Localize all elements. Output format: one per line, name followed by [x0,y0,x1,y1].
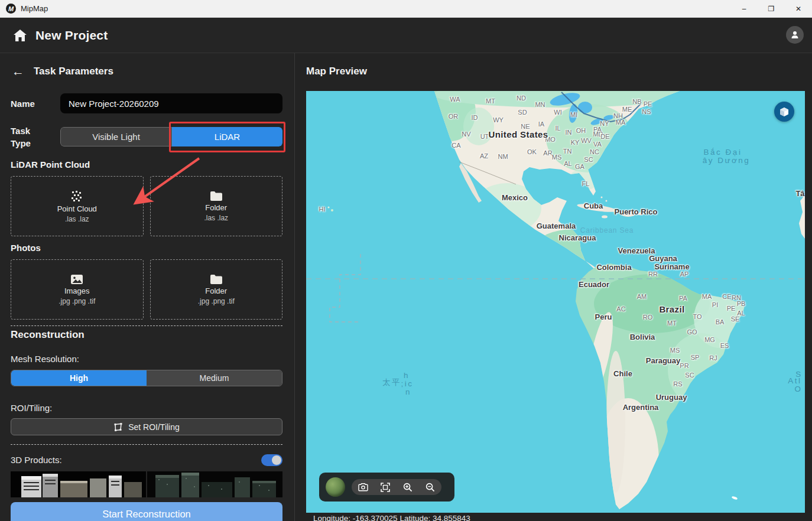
back-button[interactable]: ← [12,65,24,77]
crop-icon [381,483,390,492]
zoom-in-button[interactable] [401,480,415,494]
home-icon[interactable] [13,29,27,42]
mesh-resolution-label: Mesh Resolution: [11,354,79,364]
camera-button[interactable] [356,480,370,494]
images-icon [70,274,83,285]
app-logo-icon: M [6,4,16,14]
card-formats: .jpg .png .tif [198,297,235,305]
page-title: New Project [35,28,108,43]
mesh-resolution-segmented: High Medium [11,370,282,386]
name-label: Name [11,99,35,109]
map-preview-panel: Map Preview [295,53,812,521]
images-upload-card[interactable]: Images .jpg .png .tif [11,259,144,320]
window-controls: – ❐ ✕ [730,0,812,17]
user-avatar[interactable] [786,26,804,44]
zoom-out-icon [426,483,435,492]
map-tools [352,479,441,495]
mesh-medium-button[interactable]: Medium [147,370,282,386]
card-label: Point Cloud [57,204,97,213]
polygon-roi-icon [113,422,123,432]
crop-button[interactable] [378,480,392,494]
map-3d-button[interactable] [774,102,794,122]
card-formats: .las .laz [204,214,228,222]
titlebar: M MipMap – ❐ ✕ [0,0,812,18]
lidar-folder-upload-card[interactable]: Folder .las .laz [150,176,283,236]
photos-section-title: Photos [11,243,41,253]
task-type-label: TaskType [11,125,52,149]
project-name-input[interactable] [60,93,282,113]
folder-icon [210,191,223,201]
map-toolbar [319,473,454,502]
task-type-visible-light[interactable]: Visible Light [60,127,172,146]
products-toggle[interactable] [261,454,282,466]
zoom-out-button[interactable] [423,480,437,494]
photos-upload-row: Images .jpg .png .tif Folder .jpg .png .… [11,259,282,320]
map-canvas[interactable]: WAMTNDMNORIDSDWIWYMINYNEIAILNVUTCAMOOHIN… [306,91,805,513]
product-thumbnail-pointcloud [147,471,282,497]
task-type-lidar[interactable]: LiDAR [172,127,282,146]
roi-button-label: Set ROI/Tiling [128,422,180,432]
divider [11,325,282,326]
task-parameters-panel: ← Task Parameters Name TaskType Visible … [0,53,295,521]
reconstruction-title: Reconstruction [11,329,85,341]
roi-tiling-label: ROI/Tiling: [11,403,52,413]
cube-3d-icon [779,107,789,117]
point-cloud-upload-card[interactable]: Point Cloud .las .laz [11,176,144,236]
camera-icon [358,483,368,491]
task-type-segmented: Visible Light LiDAR [60,127,282,146]
card-label: Images [64,286,90,295]
toggle-knob [272,455,281,465]
photos-folder-upload-card[interactable]: Folder .jpg .png .tif [150,259,283,320]
start-reconstruction-button[interactable]: Start Reconstruction [11,502,282,521]
basemap-thumbnail[interactable] [326,477,345,497]
set-roi-tiling-button[interactable]: Set ROI/Tiling [11,418,282,435]
card-formats: .jpg .png .tif [59,297,95,305]
folder-icon [210,274,223,285]
close-button[interactable]: ✕ [785,0,812,17]
app-window: M MipMap – ❐ ✕ New Project ← Task Parame… [0,0,812,521]
divider [11,444,282,445]
mesh-high-button[interactable]: High [11,370,147,386]
zoom-in-icon [403,483,413,492]
lidar-section-title: LiDAR Point Cloud [11,159,90,170]
products-label: 3D Products: [11,455,62,465]
card-formats: .las .laz [65,215,89,223]
card-label: Folder [205,286,227,295]
person-icon [790,30,800,40]
panel-title: Task Parameters [34,66,113,77]
header: New Project [0,18,812,53]
map-preview-title: Map Preview [306,66,367,77]
map-coordinates-status: Longitude: -163.370025 Latitude: 34.8558… [313,514,470,521]
minimize-button[interactable]: – [730,0,758,17]
card-label: Folder [205,203,227,212]
product-thumbnails [11,471,282,497]
maximize-button[interactable]: ❐ [758,0,785,17]
point-cloud-icon [70,190,83,203]
product-thumbnail-mesh [11,471,146,497]
lidar-upload-row: Point Cloud .las .laz Folder .las .laz [11,176,282,236]
app-title: MipMap [21,4,48,13]
map-graphic [306,91,805,513]
